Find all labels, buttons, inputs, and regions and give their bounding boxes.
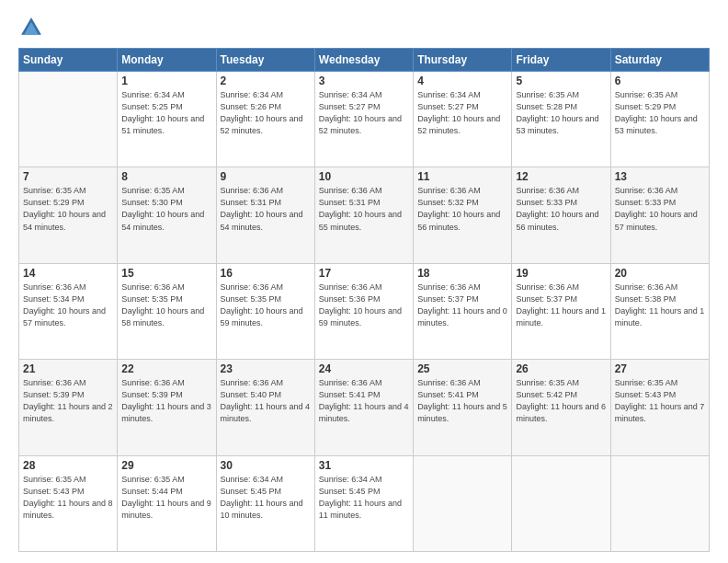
day-number: 4 bbox=[417, 75, 507, 87]
day-number: 16 bbox=[221, 267, 311, 280]
calendar-day-cell: 20Sunrise: 6:36 AMSunset: 5:38 PMDayligh… bbox=[610, 263, 709, 359]
calendar-header-tuesday: Tuesday bbox=[216, 49, 314, 72]
calendar-table: SundayMondayTuesdayWednesdayThursdayFrid… bbox=[18, 48, 710, 552]
calendar-week-row: 7Sunrise: 6:35 AMSunset: 5:29 PMDaylight… bbox=[19, 167, 710, 263]
day-number: 11 bbox=[417, 170, 507, 183]
day-info: Sunrise: 6:36 AMSunset: 5:32 PMDaylight:… bbox=[417, 185, 507, 233]
day-info: Sunrise: 6:36 AMSunset: 5:31 PMDaylight:… bbox=[221, 185, 311, 233]
day-number: 30 bbox=[221, 459, 311, 472]
day-number: 21 bbox=[23, 362, 113, 375]
calendar-header-row: SundayMondayTuesdayWednesdayThursdayFrid… bbox=[19, 49, 710, 72]
day-info: Sunrise: 6:36 AMSunset: 5:41 PMDaylight:… bbox=[417, 377, 507, 425]
calendar-header-sunday: Sunday bbox=[19, 49, 118, 72]
logo-icon bbox=[18, 15, 44, 40]
day-info: Sunrise: 6:35 AMSunset: 5:28 PMDaylight:… bbox=[516, 89, 606, 137]
day-number: 1 bbox=[121, 75, 211, 87]
calendar-day-cell bbox=[610, 455, 709, 551]
calendar-day-cell: 25Sunrise: 6:36 AMSunset: 5:41 PMDayligh… bbox=[414, 360, 512, 455]
calendar-day-cell: 28Sunrise: 6:35 AMSunset: 5:43 PMDayligh… bbox=[19, 455, 118, 551]
calendar-day-cell: 12Sunrise: 6:36 AMSunset: 5:33 PMDayligh… bbox=[512, 167, 610, 263]
day-number: 22 bbox=[121, 362, 211, 375]
calendar-day-cell: 30Sunrise: 6:34 AMSunset: 5:45 PMDayligh… bbox=[216, 455, 314, 551]
day-info: Sunrise: 6:35 AMSunset: 5:29 PMDaylight:… bbox=[23, 185, 113, 233]
calendar-day-cell: 4Sunrise: 6:34 AMSunset: 5:27 PMDaylight… bbox=[414, 72, 512, 167]
calendar-day-cell: 7Sunrise: 6:35 AMSunset: 5:29 PMDaylight… bbox=[19, 167, 118, 263]
calendar-day-cell: 15Sunrise: 6:36 AMSunset: 5:35 PMDayligh… bbox=[118, 263, 216, 359]
calendar-day-cell bbox=[512, 455, 610, 551]
calendar-day-cell: 8Sunrise: 6:35 AMSunset: 5:30 PMDaylight… bbox=[118, 167, 216, 263]
day-number: 31 bbox=[319, 459, 409, 472]
day-number: 9 bbox=[221, 170, 311, 183]
day-number: 6 bbox=[615, 75, 705, 87]
day-number: 12 bbox=[516, 170, 606, 183]
day-info: Sunrise: 6:36 AMSunset: 5:41 PMDaylight:… bbox=[319, 377, 409, 425]
day-number: 26 bbox=[516, 362, 606, 375]
day-number: 27 bbox=[615, 362, 705, 375]
day-number: 14 bbox=[23, 267, 113, 280]
day-number: 3 bbox=[319, 75, 409, 87]
day-info: Sunrise: 6:34 AMSunset: 5:25 PMDaylight:… bbox=[121, 89, 211, 137]
day-number: 23 bbox=[221, 362, 311, 375]
calendar-day-cell: 2Sunrise: 6:34 AMSunset: 5:26 PMDaylight… bbox=[216, 72, 314, 167]
day-info: Sunrise: 6:36 AMSunset: 5:35 PMDaylight:… bbox=[221, 282, 311, 329]
calendar-day-cell: 31Sunrise: 6:34 AMSunset: 5:45 PMDayligh… bbox=[314, 455, 413, 551]
day-number: 17 bbox=[319, 267, 409, 280]
day-info: Sunrise: 6:36 AMSunset: 5:33 PMDaylight:… bbox=[615, 185, 705, 233]
calendar-day-cell: 26Sunrise: 6:35 AMSunset: 5:42 PMDayligh… bbox=[512, 360, 610, 455]
day-number: 13 bbox=[615, 170, 705, 183]
calendar-day-cell: 17Sunrise: 6:36 AMSunset: 5:36 PMDayligh… bbox=[314, 263, 413, 359]
calendar-week-row: 14Sunrise: 6:36 AMSunset: 5:34 PMDayligh… bbox=[19, 263, 710, 359]
calendar-day-cell: 9Sunrise: 6:36 AMSunset: 5:31 PMDaylight… bbox=[216, 167, 314, 263]
calendar-header-friday: Friday bbox=[512, 49, 610, 72]
day-info: Sunrise: 6:36 AMSunset: 5:40 PMDaylight:… bbox=[221, 377, 311, 425]
day-number: 24 bbox=[319, 362, 409, 375]
day-info: Sunrise: 6:34 AMSunset: 5:45 PMDaylight:… bbox=[221, 474, 311, 522]
calendar-day-cell: 11Sunrise: 6:36 AMSunset: 5:32 PMDayligh… bbox=[414, 167, 512, 263]
calendar-day-cell: 24Sunrise: 6:36 AMSunset: 5:41 PMDayligh… bbox=[314, 360, 413, 455]
day-info: Sunrise: 6:36 AMSunset: 5:38 PMDaylight:… bbox=[615, 282, 705, 329]
day-info: Sunrise: 6:35 AMSunset: 5:30 PMDaylight:… bbox=[121, 185, 211, 233]
calendar-day-cell: 29Sunrise: 6:35 AMSunset: 5:44 PMDayligh… bbox=[118, 455, 216, 551]
calendar-week-row: 28Sunrise: 6:35 AMSunset: 5:43 PMDayligh… bbox=[19, 455, 710, 551]
day-number: 28 bbox=[23, 459, 113, 472]
day-number: 20 bbox=[615, 267, 705, 280]
day-number: 25 bbox=[417, 362, 507, 375]
calendar-day-cell: 5Sunrise: 6:35 AMSunset: 5:28 PMDaylight… bbox=[512, 72, 610, 167]
calendar-day-cell: 18Sunrise: 6:36 AMSunset: 5:37 PMDayligh… bbox=[414, 263, 512, 359]
calendar-day-cell: 14Sunrise: 6:36 AMSunset: 5:34 PMDayligh… bbox=[19, 263, 118, 359]
day-info: Sunrise: 6:36 AMSunset: 5:37 PMDaylight:… bbox=[417, 282, 507, 329]
calendar-day-cell: 19Sunrise: 6:36 AMSunset: 5:37 PMDayligh… bbox=[512, 263, 610, 359]
day-info: Sunrise: 6:36 AMSunset: 5:33 PMDaylight:… bbox=[516, 185, 606, 233]
day-number: 2 bbox=[221, 75, 311, 87]
day-info: Sunrise: 6:35 AMSunset: 5:43 PMDaylight:… bbox=[615, 377, 705, 425]
day-number: 10 bbox=[319, 170, 409, 183]
calendar-day-cell: 23Sunrise: 6:36 AMSunset: 5:40 PMDayligh… bbox=[216, 360, 314, 455]
day-info: Sunrise: 6:36 AMSunset: 5:36 PMDaylight:… bbox=[319, 282, 409, 329]
day-info: Sunrise: 6:35 AMSunset: 5:29 PMDaylight:… bbox=[615, 89, 705, 137]
day-info: Sunrise: 6:34 AMSunset: 5:27 PMDaylight:… bbox=[417, 89, 507, 137]
calendar-day-cell: 27Sunrise: 6:35 AMSunset: 5:43 PMDayligh… bbox=[610, 360, 709, 455]
calendar-header-wednesday: Wednesday bbox=[314, 49, 413, 72]
page: SundayMondayTuesdayWednesdayThursdayFrid… bbox=[0, 0, 728, 563]
calendar-day-cell bbox=[19, 72, 118, 167]
day-number: 29 bbox=[121, 459, 211, 472]
calendar-header-saturday: Saturday bbox=[610, 49, 709, 72]
day-number: 7 bbox=[23, 170, 113, 183]
day-info: Sunrise: 6:36 AMSunset: 5:31 PMDaylight:… bbox=[319, 185, 409, 233]
calendar-day-cell: 22Sunrise: 6:36 AMSunset: 5:39 PMDayligh… bbox=[118, 360, 216, 455]
day-info: Sunrise: 6:34 AMSunset: 5:26 PMDaylight:… bbox=[221, 89, 311, 137]
calendar-day-cell: 21Sunrise: 6:36 AMSunset: 5:39 PMDayligh… bbox=[19, 360, 118, 455]
day-number: 18 bbox=[417, 267, 507, 280]
calendar-day-cell: 1Sunrise: 6:34 AMSunset: 5:25 PMDaylight… bbox=[118, 72, 216, 167]
calendar-day-cell bbox=[414, 455, 512, 551]
calendar-day-cell: 16Sunrise: 6:36 AMSunset: 5:35 PMDayligh… bbox=[216, 263, 314, 359]
logo bbox=[18, 15, 48, 40]
day-number: 19 bbox=[516, 267, 606, 280]
day-number: 5 bbox=[516, 75, 606, 87]
calendar-header-monday: Monday bbox=[118, 49, 216, 72]
day-info: Sunrise: 6:34 AMSunset: 5:45 PMDaylight:… bbox=[319, 474, 409, 522]
day-info: Sunrise: 6:35 AMSunset: 5:44 PMDaylight:… bbox=[121, 474, 211, 522]
day-info: Sunrise: 6:36 AMSunset: 5:39 PMDaylight:… bbox=[121, 377, 211, 425]
day-info: Sunrise: 6:34 AMSunset: 5:27 PMDaylight:… bbox=[319, 89, 409, 137]
day-info: Sunrise: 6:36 AMSunset: 5:39 PMDaylight:… bbox=[23, 377, 113, 425]
